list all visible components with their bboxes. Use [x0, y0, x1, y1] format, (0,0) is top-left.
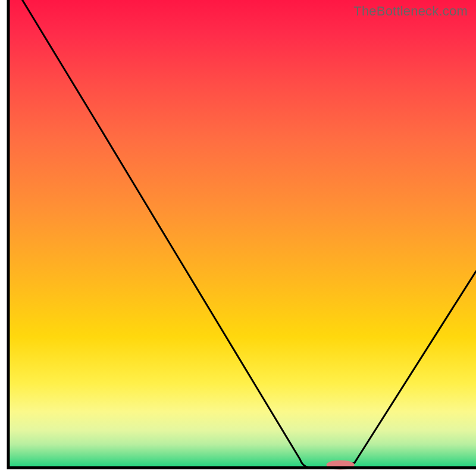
- watermark-text: TheBottleneck.com: [353, 4, 468, 19]
- bottleneck-chart: [0, 0, 476, 476]
- gradient-background: [8, 0, 476, 468]
- chart-container: TheBottleneck.com: [0, 0, 476, 476]
